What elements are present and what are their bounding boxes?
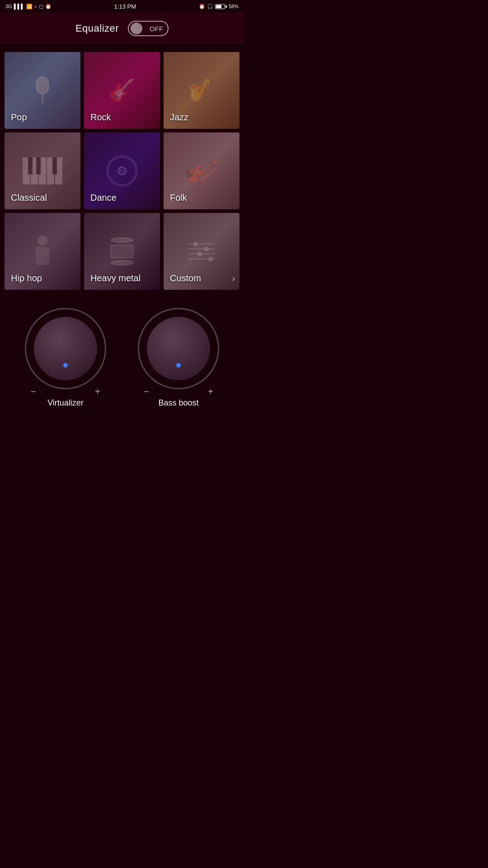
- genre-label-dance: Dance: [90, 193, 117, 203]
- genre-card-folk[interactable]: 🎻 Folk: [164, 132, 239, 209]
- battery-icon: [215, 4, 227, 9]
- wifi-icon: 📶: [26, 4, 33, 9]
- genre-card-classical[interactable]: Classical: [5, 132, 80, 209]
- genre-label-hiphop: Hip hop: [11, 273, 42, 283]
- virtualizer-minus-button[interactable]: −: [31, 387, 36, 397]
- toggle-label: OFF: [150, 25, 163, 33]
- battery-percent: 58%: [229, 4, 239, 9]
- music-icon: ♪: [34, 4, 37, 9]
- genre-card-jazz[interactable]: 🎷 Jazz: [164, 52, 239, 129]
- genre-card-custom[interactable]: Custom ›: [164, 213, 239, 290]
- battery-tip: [225, 5, 227, 8]
- genre-label-pop: Pop: [11, 112, 27, 123]
- status-time: 1:13 PM: [114, 3, 136, 10]
- status-bar: 3G ▌▌▌ 📶 ♪ ▢ ⏰ 1:13 PM ⏰ 🎧 58%: [0, 0, 244, 13]
- header-divider: [0, 42, 244, 43]
- genre-grid: Pop 🎸 Rock 🎷 Jazz: [0, 47, 244, 294]
- battery-fill: [216, 5, 221, 8]
- virtualizer-label: Virtualizer: [47, 398, 84, 408]
- alarm-icon: ⏰: [199, 4, 205, 9]
- bass-boost-knob-inner: [147, 317, 210, 380]
- network-indicator: 3G: [5, 4, 12, 9]
- alarm-status-icon: ⏰: [45, 4, 52, 9]
- equalizer-toggle[interactable]: OFF: [128, 21, 169, 36]
- toggle-knob: [131, 23, 142, 34]
- genre-label-jazz: Jazz: [170, 112, 188, 123]
- virtualizer-knob-dot: [63, 363, 68, 368]
- screenshot-icon: ▢: [39, 4, 43, 9]
- virtualizer-control: − + Virtualizer: [25, 308, 106, 408]
- genre-card-rock[interactable]: 🎸 Rock: [84, 52, 160, 129]
- headphones-icon: 🎧: [207, 4, 213, 9]
- status-left: 3G ▌▌▌ 📶 ♪ ▢ ⏰: [5, 4, 52, 9]
- genre-card-pop[interactable]: Pop: [5, 52, 80, 129]
- genre-label-rock: Rock: [90, 112, 111, 123]
- bass-boost-plus-button[interactable]: +: [208, 387, 213, 397]
- bass-boost-knob-outer[interactable]: − +: [138, 308, 219, 389]
- controls-section: − + Virtualizer − + Bass boost: [0, 294, 244, 426]
- equalizer-header: Equalizer OFF: [0, 13, 244, 42]
- custom-arrow-icon: ›: [232, 274, 235, 283]
- genre-label-custom: Custom: [170, 273, 201, 283]
- bass-boost-minus-button[interactable]: −: [144, 387, 149, 397]
- genre-card-hiphop[interactable]: Hip hop: [5, 213, 80, 290]
- genre-card-heavymetal[interactable]: Heavy metal: [84, 213, 160, 290]
- genre-label-classical: Classical: [11, 193, 47, 203]
- status-right: ⏰ 🎧 58%: [199, 4, 239, 9]
- virtualizer-plus-button[interactable]: +: [95, 387, 100, 397]
- genre-card-dance[interactable]: Dance: [84, 132, 160, 209]
- bass-boost-knob-dot: [176, 363, 181, 368]
- signal-bars: ▌▌▌: [14, 4, 24, 9]
- virtualizer-knob-inner: [34, 317, 97, 380]
- battery-body: [215, 4, 225, 9]
- page-title: Equalizer: [75, 23, 119, 34]
- genre-label-heavymetal: Heavy metal: [90, 273, 141, 283]
- bass-boost-control: − + Bass boost: [138, 308, 219, 408]
- bass-boost-label: Bass boost: [158, 398, 198, 408]
- virtualizer-knob-outer[interactable]: − +: [25, 308, 106, 389]
- genre-label-folk: Folk: [170, 193, 187, 203]
